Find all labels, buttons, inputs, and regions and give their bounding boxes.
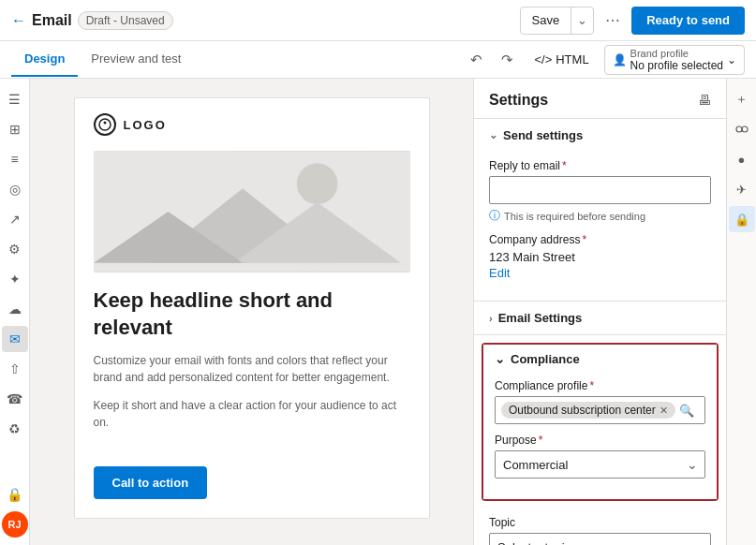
email-settings-label: Email Settings: [498, 311, 583, 325]
email-settings-accordion: › Email Settings: [474, 302, 726, 335]
brand-profile-selector[interactable]: 👤 Brand profile No profile selected ⌄: [604, 45, 745, 75]
brand-profile-label: Brand profile: [630, 48, 723, 59]
purpose-label: Purpose *: [495, 434, 705, 447]
email-content: Keep headline short and relevant Customi…: [75, 272, 429, 457]
brand-profile-chevron-icon: ⌄: [727, 53, 736, 66]
send-settings-chevron-icon: ⌄: [489, 129, 497, 141]
sidebar-grid-icon[interactable]: ⊞: [2, 116, 28, 142]
settings-header: Settings 🖶: [474, 79, 726, 119]
purpose-select-wrapper: Commercial Transactional: [495, 450, 705, 479]
undo-button[interactable]: ↶: [465, 48, 488, 72]
email-canvas: LOGO Keep headline short and relevant Cu…: [74, 97, 430, 519]
right-panel: ＋ ● ✈ 🔒: [726, 79, 756, 545]
reply-email-input[interactable]: [489, 176, 711, 204]
reply-email-field-group: Reply to email * ⓘ This is required befo…: [489, 159, 711, 224]
draft-badge: Draft - Unsaved: [78, 11, 173, 30]
tab-design[interactable]: Design: [11, 42, 78, 77]
purpose-select[interactable]: Commercial Transactional: [495, 450, 705, 479]
save-button-group: Save ⌄: [520, 7, 595, 35]
company-address-value: 123 Main Street: [489, 250, 711, 264]
sidebar-lock-icon[interactable]: 🔒: [2, 481, 28, 508]
email-headline: Keep headline short and relevant: [94, 287, 410, 341]
tab-preview-and-test[interactable]: Preview and test: [78, 42, 194, 77]
left-sidebar: ☰ ⊞ ≡ ◎ ↗ ⚙ ✦ ☁ ✉ ⇧ ☎ ♻ 🔒 RJ: [0, 79, 30, 545]
tabbar-right: ↶ ↷ </> HTML 👤 Brand profile No profile …: [465, 45, 745, 75]
svg-point-0: [99, 119, 111, 130]
tabbar: Design Preview and test ↶ ↷ </> HTML 👤 B…: [0, 41, 756, 79]
tab-list: Design Preview and test: [11, 42, 465, 77]
right-send-icon[interactable]: ✈: [729, 176, 755, 202]
sidebar-settings-icon[interactable]: ⚙: [2, 236, 28, 262]
save-dropdown-button[interactable]: ⌄: [571, 7, 593, 34]
page-title: Email: [32, 12, 72, 29]
topbar-left: ← Email Draft - Unsaved: [11, 11, 512, 30]
compliance-profile-field-group: Compliance profile * Outbound subscripti…: [495, 379, 705, 424]
compliance-section: ⌄ Compliance Compliance profile * Outbou…: [482, 343, 719, 501]
compliance-profile-chip-close[interactable]: ✕: [660, 405, 668, 417]
right-add-icon[interactable]: ＋: [729, 86, 755, 112]
email-body-1: Customize your email with fonts and colo…: [94, 352, 410, 386]
company-address-required: *: [582, 233, 586, 246]
email-logo-row: LOGO: [75, 98, 429, 151]
user-avatar[interactable]: RJ: [2, 511, 28, 538]
send-settings-label: Send settings: [503, 128, 583, 142]
settings-panel: Settings 🖶 ⌄ Send settings Reply to emai…: [473, 79, 726, 545]
redo-button[interactable]: ↷: [496, 48, 519, 72]
send-settings-header[interactable]: ⌄ Send settings: [474, 119, 726, 152]
html-button[interactable]: </> HTML: [526, 49, 596, 70]
topic-select[interactable]: Select a topic: [489, 533, 711, 545]
code-icon: </>: [534, 52, 552, 66]
sidebar-recycle-icon[interactable]: ♻: [2, 416, 28, 442]
email-canvas-area: LOGO Keep headline short and relevant Cu…: [30, 79, 473, 545]
compliance-profile-label: Compliance profile *: [495, 379, 705, 392]
right-lock-icon[interactable]: 🔒: [729, 206, 755, 232]
chip-search-icon: 🔍: [679, 404, 694, 418]
ready-to-send-button[interactable]: Ready to send: [631, 7, 745, 35]
compliance-header[interactable]: ⌄ Compliance: [483, 345, 717, 374]
brand-profile-icon: 👤: [613, 53, 627, 66]
right-dot-icon[interactable]: ●: [729, 146, 755, 172]
cta-button[interactable]: Call to action: [94, 466, 208, 499]
sidebar-list-icon[interactable]: ≡: [2, 146, 28, 172]
brand-profile-value: No profile selected: [630, 59, 723, 72]
save-button[interactable]: Save: [521, 7, 571, 34]
sidebar-target-icon[interactable]: ◎: [2, 176, 28, 202]
sidebar-cloud-icon[interactable]: ☁: [2, 296, 28, 322]
company-address-field-group: Company address * 123 Main Street Edit: [489, 233, 711, 280]
reply-email-required: *: [562, 159, 567, 172]
sidebar-star-icon[interactable]: ✦: [2, 266, 28, 292]
sidebar-email-icon[interactable]: ✉: [2, 326, 28, 352]
purpose-field-group: Purpose * Commercial Transactional: [495, 434, 705, 479]
compliance-body: Compliance profile * Outbound subscripti…: [483, 374, 717, 499]
svg-point-1: [103, 122, 106, 125]
settings-title: Settings: [489, 92, 548, 109]
sidebar-upload-icon[interactable]: ⇧: [2, 356, 28, 382]
svg-point-7: [736, 126, 742, 132]
reply-email-info: ⓘ This is required before sending: [489, 208, 711, 224]
compliance-profile-input[interactable]: Outbound subscription center ✕ 🔍: [495, 396, 705, 424]
main-area: ☰ ⊞ ≡ ◎ ↗ ⚙ ✦ ☁ ✉ ⇧ ☎ ♻ 🔒 RJ LOGO: [0, 79, 756, 545]
email-body-2: Keep it short and have a clear action fo…: [94, 397, 410, 431]
topbar-right: Save ⌄ ⋯ Ready to send: [520, 7, 746, 35]
compliance-label: Compliance: [511, 352, 580, 366]
logo-text: LOGO: [124, 118, 167, 132]
topbar: ← Email Draft - Unsaved Save ⌄ ⋯ Ready t…: [0, 0, 756, 41]
email-cta-section: Call to action: [75, 457, 429, 518]
right-link-icon[interactable]: [729, 116, 755, 142]
topic-label: Topic: [489, 516, 711, 529]
company-address-label: Company address *: [489, 233, 711, 246]
sidebar-menu-icon[interactable]: ☰: [2, 86, 28, 112]
back-icon: ←: [11, 12, 26, 29]
settings-screen-icon[interactable]: 🖶: [698, 93, 711, 108]
logo-icon: [94, 113, 116, 136]
back-button[interactable]: ←: [11, 12, 26, 29]
compliance-profile-chip: Outbound subscription center ✕: [501, 402, 675, 419]
topic-select-wrapper: Select a topic: [489, 533, 711, 545]
sidebar-link-icon[interactable]: ↗: [2, 206, 28, 232]
email-settings-header[interactable]: › Email Settings: [474, 302, 726, 334]
more-options-button[interactable]: ⋯: [601, 7, 624, 33]
sidebar-phone-icon[interactable]: ☎: [2, 386, 28, 412]
purpose-required: *: [539, 434, 543, 447]
edit-link[interactable]: Edit: [489, 266, 510, 280]
send-settings-accordion: ⌄ Send settings Reply to email * ⓘ This …: [474, 119, 726, 302]
